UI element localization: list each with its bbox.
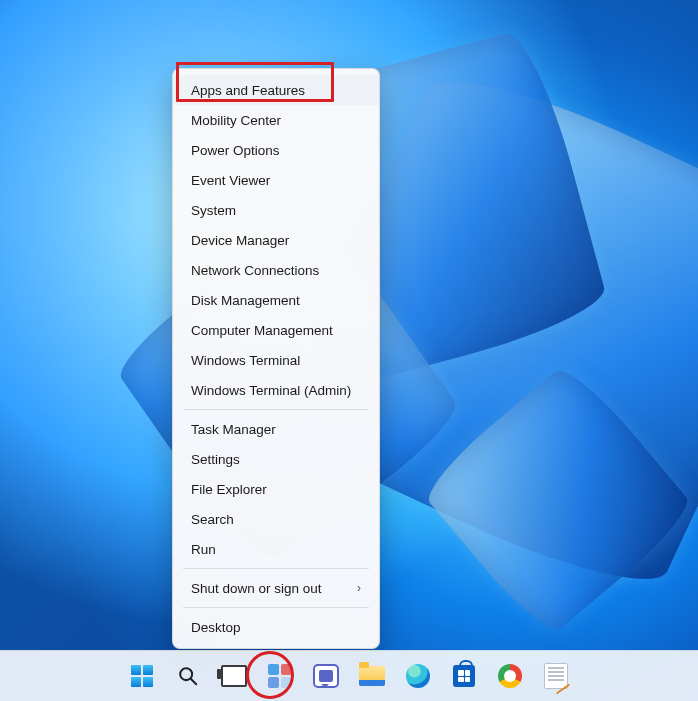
chrome-icon <box>498 664 522 688</box>
menu-item-task-manager[interactable]: Task Manager <box>173 414 379 444</box>
menu-item-label: Device Manager <box>191 233 289 248</box>
folder-icon <box>359 666 385 686</box>
winx-context-menu: Apps and Features Mobility Center Power … <box>172 68 380 649</box>
menu-item-system[interactable]: System <box>173 195 379 225</box>
chat-icon <box>313 664 339 688</box>
menu-item-shut-down-or-sign-out[interactable]: Shut down or sign out › <box>173 573 379 603</box>
menu-item-label: System <box>191 203 236 218</box>
menu-item-settings[interactable]: Settings <box>173 444 379 474</box>
menu-item-search[interactable]: Search <box>173 504 379 534</box>
chat-button[interactable] <box>310 660 342 692</box>
menu-item-label: Computer Management <box>191 323 333 338</box>
menu-item-label: Mobility Center <box>191 113 281 128</box>
menu-item-label: Settings <box>191 452 240 467</box>
menu-item-label: Windows Terminal <box>191 353 300 368</box>
menu-separator <box>183 607 369 608</box>
menu-item-label: Task Manager <box>191 422 276 437</box>
menu-item-desktop[interactable]: Desktop <box>173 612 379 642</box>
menu-separator <box>183 409 369 410</box>
windows-logo-icon <box>131 665 153 687</box>
menu-item-event-viewer[interactable]: Event Viewer <box>173 165 379 195</box>
menu-item-mobility-center[interactable]: Mobility Center <box>173 105 379 135</box>
svg-line-1 <box>191 679 197 685</box>
menu-item-device-manager[interactable]: Device Manager <box>173 225 379 255</box>
file-explorer-button[interactable] <box>356 660 388 692</box>
menu-item-label: Desktop <box>191 620 241 635</box>
menu-item-label: Shut down or sign out <box>191 581 322 596</box>
menu-item-label: Apps and Features <box>191 83 305 98</box>
menu-item-label: Network Connections <box>191 263 319 278</box>
menu-item-label: Windows Terminal (Admin) <box>191 383 351 398</box>
menu-separator <box>183 568 369 569</box>
menu-item-file-explorer[interactable]: File Explorer <box>173 474 379 504</box>
search-button[interactable] <box>172 660 204 692</box>
menu-item-label: Disk Management <box>191 293 300 308</box>
menu-item-network-connections[interactable]: Network Connections <box>173 255 379 285</box>
task-view-button[interactable] <box>218 660 250 692</box>
start-button[interactable] <box>126 660 158 692</box>
menu-item-run[interactable]: Run <box>173 534 379 564</box>
chevron-right-icon: › <box>357 581 361 595</box>
menu-item-label: Run <box>191 542 216 557</box>
edge-button[interactable] <box>402 660 434 692</box>
menu-item-windows-terminal[interactable]: Windows Terminal <box>173 345 379 375</box>
menu-item-disk-management[interactable]: Disk Management <box>173 285 379 315</box>
search-icon <box>177 665 199 687</box>
menu-item-power-options[interactable]: Power Options <box>173 135 379 165</box>
menu-item-label: Search <box>191 512 234 527</box>
chrome-button[interactable] <box>494 660 526 692</box>
menu-item-label: Event Viewer <box>191 173 270 188</box>
edge-icon <box>406 664 430 688</box>
menu-item-windows-terminal-admin[interactable]: Windows Terminal (Admin) <box>173 375 379 405</box>
store-button[interactable] <box>448 660 480 692</box>
widgets-icon <box>268 664 292 688</box>
notepad-button[interactable] <box>540 660 572 692</box>
menu-item-label: Power Options <box>191 143 280 158</box>
notepad-icon <box>544 663 568 689</box>
widgets-button[interactable] <box>264 660 296 692</box>
store-icon <box>453 665 475 687</box>
menu-item-label: File Explorer <box>191 482 267 497</box>
taskbar <box>0 650 698 701</box>
menu-item-apps-and-features[interactable]: Apps and Features <box>173 75 379 105</box>
menu-item-computer-management[interactable]: Computer Management <box>173 315 379 345</box>
task-view-icon <box>221 665 247 687</box>
